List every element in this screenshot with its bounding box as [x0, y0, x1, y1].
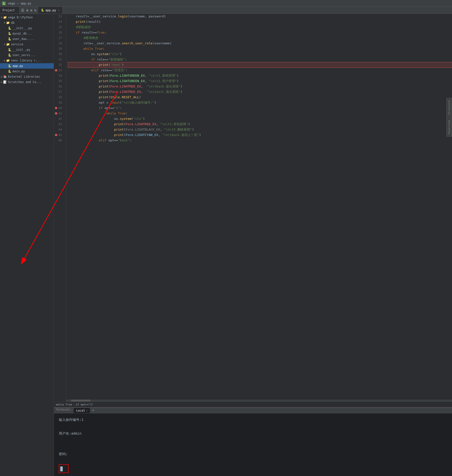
code-line-44: print(Fore.LIGHTBLACK_EX, "\n\t2.删除新闻")	[68, 127, 452, 132]
main-layout: ▼ 📁 vega D:\Python ▼ 📁 db 🐍 __init__.py …	[0, 14, 452, 476]
code-line-31: if role=="新闻编辑":	[68, 57, 452, 62]
py-icon-mainpy: 🐍	[8, 70, 12, 73]
code-content[interactable]: result=__user_service.login(username, pa…	[66, 14, 452, 402]
sidebar-tree: ▼ 📁 vega D:\Python ▼ 📁 db 🐍 __init__.py …	[0, 14, 54, 476]
line-num-42: 42	[54, 116, 64, 122]
terminal-line-3: 密码:	[59, 451, 447, 457]
terminal-tab-close-icon[interactable]: ✕	[86, 409, 87, 412]
tab-bar: Project ☰ ⊕ ≡ ≒ 🐍 app.py ✕	[0, 7, 452, 14]
line-num-28: 28	[54, 41, 64, 46]
toolbar-icon-add[interactable]: ⊕	[26, 8, 28, 12]
line-num-34: 34	[54, 73, 64, 78]
code-line-27: #查询角色	[68, 35, 452, 41]
code-line-43: print(Fore.LIGHTRED_EX, "\n\t1.审批新闻")	[68, 122, 452, 127]
terminal-tab-local[interactable]: Local ✕	[74, 408, 90, 413]
code-editor[interactable]: 23 24 25 26 27 28 29 30 31 32 33 34 35 3…	[54, 14, 452, 402]
line-num-23: 23	[54, 14, 64, 19]
expand-arrow-scratches: ▶	[1, 81, 2, 83]
py-icon-mysql: 🐍	[8, 32, 12, 35]
sidebar-item-init2[interactable]: 🐍 __init_.py	[0, 47, 54, 52]
toolbar-icon-settings[interactable]: ≒	[34, 8, 36, 12]
title-bar-separator: –	[17, 2, 19, 5]
line-num-41: 41	[54, 111, 64, 116]
line-num-45: 45	[54, 132, 64, 138]
sidebar-item-mysql[interactable]: 🐍 mysql_db...	[0, 31, 54, 36]
code-line-25: #登陆成功	[68, 24, 452, 30]
py-icon-userdao: 🐍	[8, 37, 12, 41]
sidebar-item-label-service: service	[11, 43, 23, 46]
code-line-30: os.system("cls")	[68, 51, 452, 57]
py-icon-userservi: 🐍	[8, 53, 12, 57]
line-num-27: 27	[54, 35, 64, 41]
line-num-35: 35	[54, 78, 64, 84]
toolbar-icon-sort[interactable]: ≡	[30, 8, 32, 12]
sidebar-item-label-mainpy: main.py	[12, 70, 25, 73]
tab-app-py[interactable]: 🐍 app.py ✕	[38, 7, 62, 13]
tab-close-icon[interactable]: ✕	[58, 9, 60, 12]
line-num-44: 44	[54, 127, 64, 132]
sidebar-item-label-apppy: app.py	[12, 64, 23, 68]
folder-icon-extlibs: 📚	[3, 75, 7, 78]
code-line-38: print(Style.RESET_ALL)	[68, 95, 452, 100]
sidebar-item-label-userservi: user_servi...	[12, 53, 36, 57]
breadcrumb-sep1: ›	[73, 403, 75, 406]
expand-arrow-db: ▼	[4, 22, 5, 24]
terminal-content[interactable]: 输入操作编号:1 用户名:admin 密码:	[54, 413, 452, 476]
sidebar-item-userservi[interactable]: 🐍 user_servi...	[0, 52, 54, 58]
py-icon-apppy: 🐍	[8, 64, 12, 68]
sidebar: ▼ 📁 vega D:\Python ▼ 📁 db 🐍 __init__.py …	[0, 14, 54, 476]
line-num-24: 24	[54, 19, 64, 24]
breadcrumb-if-opt: if opt=="1"	[76, 403, 94, 406]
folder-icon-service: 📁	[6, 43, 10, 46]
app-name: vega	[8, 2, 15, 5]
project-tab[interactable]: Project	[0, 7, 20, 13]
sidebar-item-label-db: db	[11, 21, 14, 24]
sidebar-item-init1[interactable]: 🐍 __init__.py	[0, 25, 54, 31]
terminal-label: Terminal:	[54, 408, 74, 413]
line-num-33: 33	[54, 68, 64, 73]
line-num-37: 37	[54, 89, 64, 95]
code-line-35: print(Fore.LIGHTGREEN_EX, "\n\t2.用户管理")	[68, 78, 452, 84]
sidebar-item-label-init2: __init_.py	[12, 48, 30, 51]
line-num-43: 43	[54, 122, 64, 127]
code-line-36: print(Fore.LIGHTRED_EX, "\n\tback.退出登陆")	[68, 84, 452, 89]
folder-icon-db: 📁	[6, 21, 10, 24]
sidebar-item-mainpy[interactable]: 🐍 main.py	[0, 69, 54, 74]
sidebar-item-scratches[interactable]: ▶ 📝 Scratches and Co...	[0, 79, 54, 85]
sidebar-item-vega[interactable]: ▼ 📁 vega D:\Python	[0, 15, 54, 20]
line-num-36: 36	[54, 84, 64, 89]
line-num-38: 38	[54, 95, 64, 100]
sidebar-item-venv[interactable]: ▶ 📁 venv library r...	[0, 58, 54, 63]
toolbar-icon-menu[interactable]: ☰	[21, 8, 24, 12]
sidebar-item-userdao[interactable]: 🐍 user_dao....	[0, 36, 54, 42]
right-tab-favorites[interactable]: Favorites	[446, 118, 452, 137]
line-num-25: 25	[54, 24, 64, 30]
terminal-add-button[interactable]: +	[90, 408, 96, 413]
breakpoint-40	[55, 107, 57, 109]
terminal-area: Terminal: Local ✕ + 输入操作编号:1 用户名:admin 密…	[54, 407, 452, 476]
sidebar-item-extlibs[interactable]: ▶ 📚 External Libraries	[0, 74, 54, 79]
code-line-24: print(result)	[68, 19, 452, 24]
h-scrollbar-thumb[interactable]	[71, 400, 91, 402]
sidebar-toolbar: ☰ ⊕ ≡ ≒	[20, 7, 38, 13]
expand-arrow-extlibs: ▶	[1, 75, 2, 78]
right-tab-structure[interactable]: Structure	[446, 98, 452, 117]
sidebar-item-apppy[interactable]: 🐍 app.py	[0, 63, 54, 69]
code-line-26: if result==True:	[68, 30, 452, 35]
h-scrollbar[interactable]	[66, 400, 452, 402]
line-num-30: 30	[54, 51, 64, 57]
terminal-line-2: 用户名:admin	[59, 430, 447, 437]
sidebar-item-service[interactable]: ▼ 📁 service	[0, 42, 54, 47]
sidebar-item-label-venv: venv library r...	[11, 59, 41, 62]
code-line-23: result=__user_service.login(username, pa…	[68, 14, 452, 19]
sidebar-item-db[interactable]: ▼ 📁 db	[0, 20, 54, 25]
line-num-46: 46	[54, 138, 64, 143]
code-line-34: print(Fore.LIGHTGREEN_EX, "\n\t1.新闻管理")	[68, 73, 452, 78]
py-icon-init1: 🐍	[8, 26, 12, 30]
breakpoint-41	[55, 112, 57, 115]
code-line-32: print('test')	[68, 62, 452, 68]
terminal-cursor-box	[59, 464, 69, 473]
code-line-29: while True:	[68, 46, 452, 51]
line-num-26: 26	[54, 30, 64, 35]
sidebar-item-label-mysql: mysql_db...	[12, 32, 32, 35]
